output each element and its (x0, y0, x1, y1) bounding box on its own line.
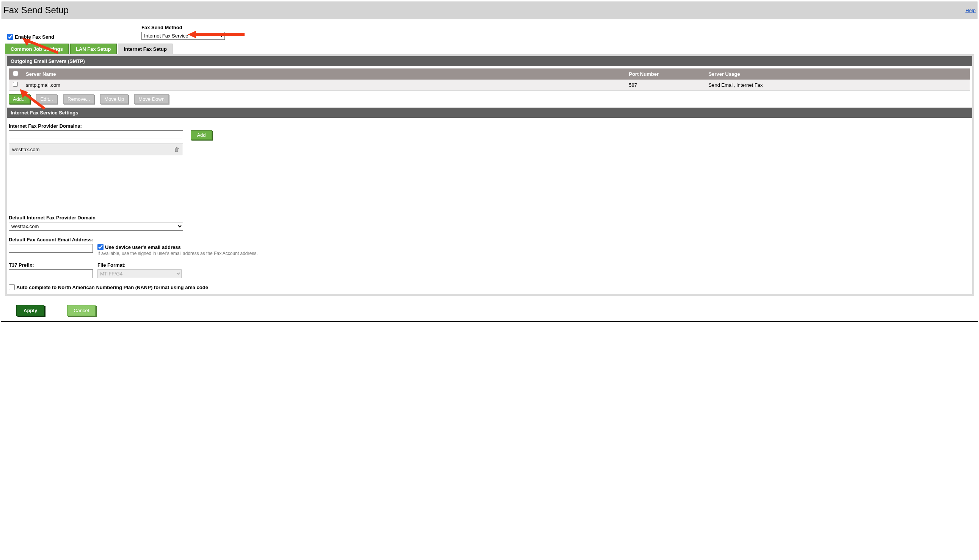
enable-fax-send-checkbox[interactable] (7, 34, 13, 40)
default-domain-label: Default Internet Fax Provider Domain (9, 215, 970, 220)
col-server-name: Server Name (22, 68, 625, 80)
help-link[interactable]: Help (966, 8, 976, 13)
smtp-edit-button[interactable]: Edit... (36, 94, 57, 104)
top-options: Enable Fax Send Fax Send Method Internet… (1, 19, 978, 43)
file-format-select[interactable]: MTIFF/G4 (97, 269, 182, 278)
cell-usage: Send Email, Internet Fax (705, 80, 970, 90)
tab-common-job-settings[interactable]: Common Job Settings (5, 43, 68, 54)
tab-internet-fax-setup[interactable]: Internet Fax Setup (118, 43, 172, 54)
smtp-movedown-button[interactable]: Move Down (134, 94, 169, 104)
smtp-add-button[interactable]: Add... (9, 94, 30, 104)
provider-domains-label: Internet Fax Provider Domains: (9, 123, 970, 129)
trash-icon[interactable]: 🗑 (174, 146, 180, 153)
default-domain-select[interactable]: westfax.com (9, 222, 183, 231)
footer-buttons: Apply Cancel (1, 300, 978, 321)
smtp-table: Server Name Port Number Server Usage smt… (9, 68, 970, 90)
fax-send-method-label: Fax Send Method (142, 25, 225, 30)
domain-list: westfax.com 🗑 (9, 143, 183, 207)
col-server-usage: Server Usage (705, 68, 970, 80)
file-format-label: File Format: (97, 262, 182, 268)
smtp-remove-button[interactable]: Remove... (63, 94, 94, 104)
nanp-checkbox[interactable] (9, 284, 15, 290)
settings-section-header: Internet Fax Service Settings (7, 108, 972, 118)
enable-fax-send-label: Enable Fax Send (15, 34, 54, 40)
nanp-label: Auto complete to North American Numberin… (16, 285, 208, 290)
use-device-email-hint: If available, use the signed in user's e… (97, 251, 970, 256)
smtp-moveup-button[interactable]: Move Up (100, 94, 128, 104)
provider-domain-input[interactable] (9, 130, 183, 139)
table-row: smtp.gmail.com 587 Send Email, Internet … (9, 80, 970, 90)
smtp-row-checkbox[interactable] (13, 82, 18, 87)
use-device-email-checkbox[interactable] (97, 244, 104, 250)
use-device-email-label: Use device user's email address (105, 244, 181, 250)
smtp-section-header: Outgoing Email Servers (SMTP) (7, 56, 972, 66)
apply-button[interactable]: Apply (16, 305, 44, 316)
page-header: Fax Send Setup Help (1, 1, 978, 19)
tab-lan-fax-setup[interactable]: LAN Fax Setup (70, 43, 116, 54)
add-domain-button[interactable]: Add (191, 130, 212, 140)
default-email-label: Default Fax Account Email Address: (9, 237, 970, 242)
tabs: Common Job Settings LAN Fax Setup Intern… (1, 43, 978, 54)
t37-prefix-input[interactable] (9, 269, 93, 278)
domain-item-text: westfax.com (12, 147, 39, 152)
page-title: Fax Send Setup (3, 5, 68, 15)
content-panel: Outgoing Email Servers (SMTP) Server Nam… (5, 54, 974, 296)
list-item[interactable]: westfax.com 🗑 (9, 144, 183, 155)
cell-server-name: smtp.gmail.com (22, 80, 625, 90)
fax-send-method-select[interactable]: Internet Fax Service (142, 32, 225, 40)
smtp-select-all-checkbox[interactable] (13, 71, 18, 76)
col-port-number: Port Number (625, 68, 705, 80)
default-email-input[interactable] (9, 244, 93, 253)
t37-label: T37 Prefix: (9, 262, 93, 268)
cancel-button[interactable]: Cancel (67, 305, 95, 316)
cell-port: 587 (625, 80, 705, 90)
